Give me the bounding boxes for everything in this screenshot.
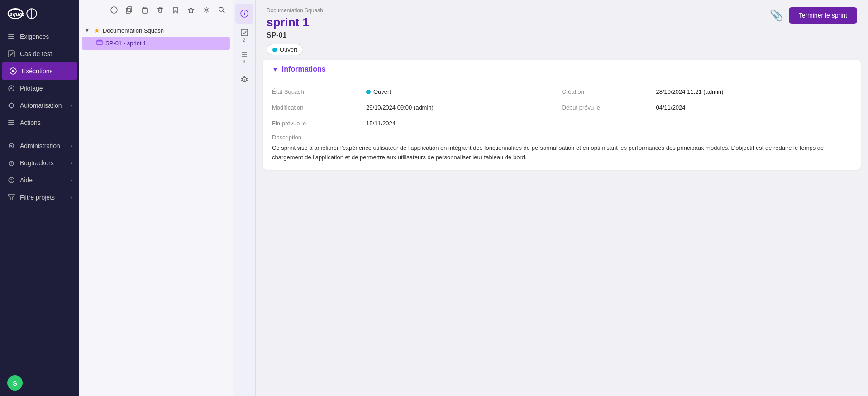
- toolbar-paste-button[interactable]: [138, 4, 151, 16]
- project-name: Documentation Squash: [103, 27, 164, 34]
- filtre-projets-icon: [7, 193, 15, 201]
- sidebar-item-filtre-projets-label: Filtre projets: [20, 194, 55, 201]
- sidebar-item-administration[interactable]: Administration ›: [0, 137, 79, 154]
- svg-rect-42: [97, 40, 102, 45]
- tree-toolbar: [79, 0, 233, 20]
- modification-value: 29/10/2024 09:00 (admin): [362, 102, 562, 113]
- info-grid: État Squash Ouvert Création 28/10/2024 1…: [272, 86, 852, 129]
- toolbar-delete-button[interactable]: [154, 4, 167, 16]
- sidebar: squash Exigences Cas de test Exécutions: [0, 0, 79, 396]
- svg-rect-17: [8, 120, 14, 121]
- breadcrumb: Documentation Squash: [267, 7, 323, 14]
- svg-rect-18: [8, 122, 14, 123]
- modification-label: Modification: [272, 102, 362, 113]
- svg-point-21: [10, 145, 12, 147]
- svg-rect-31: [128, 7, 132, 12]
- bugtrackers-icon: [7, 159, 15, 167]
- toolbar-star-button[interactable]: [185, 4, 197, 16]
- etat-squash-value: Ouvert: [362, 86, 562, 97]
- sidebar-item-actions-label: Actions: [20, 119, 41, 126]
- collapse-tree-button[interactable]: [84, 4, 96, 16]
- sidebar-item-pilotage[interactable]: Pilotage: [0, 80, 79, 97]
- side-tab-test-cases[interactable]: 2: [235, 25, 253, 45]
- svg-rect-33: [143, 8, 147, 13]
- sprint-item-label: SP-01 - sprint 1: [105, 40, 146, 47]
- test-cases-tab-badge: 2: [243, 38, 246, 43]
- sidebar-item-administration-label: Administration: [20, 142, 60, 149]
- etat-dot: [366, 90, 371, 94]
- etat-squash-label: État Squash: [272, 86, 362, 97]
- svg-marker-26: [8, 195, 14, 200]
- svg-rect-32: [126, 8, 130, 13]
- sidebar-item-filtre-projets[interactable]: Filtre projets ›: [0, 189, 79, 206]
- description-section: Description Ce sprint vise à améliorer l…: [272, 134, 852, 162]
- tree-sprint-item[interactable]: SP-01 - sprint 1: [82, 37, 230, 50]
- sidebar-item-cas-de-test[interactable]: Cas de test: [0, 45, 79, 62]
- main-header-right: 📎 Terminer le sprint: [770, 7, 857, 24]
- svg-point-16: [13, 105, 14, 106]
- cas-de-test-icon: [7, 50, 15, 58]
- side-tab-list[interactable]: 3: [235, 47, 253, 67]
- svg-point-40: [219, 7, 223, 11]
- info-tab-icon: [240, 10, 248, 18]
- fin-prevue-label: Fin prévue le: [272, 118, 362, 129]
- sidebar-item-automatisation[interactable]: Automatisation ›: [0, 97, 79, 114]
- side-tab-bug[interactable]: [235, 69, 253, 89]
- tree-content: ▼ ★ Documentation Squash SP-01 - sprint …: [79, 20, 233, 396]
- aide-chevron: ›: [70, 177, 72, 183]
- svg-marker-38: [188, 7, 194, 13]
- nav-separator-1: [0, 134, 79, 134]
- user-avatar[interactable]: S: [7, 375, 23, 391]
- administration-icon: [7, 142, 15, 150]
- svg-point-13: [11, 103, 12, 104]
- svg-rect-5: [8, 36, 14, 37]
- status-row: Ouvert: [267, 44, 323, 55]
- toolbar-copy-button[interactable]: [123, 4, 136, 16]
- terminate-sprint-button[interactable]: Terminer le sprint: [789, 7, 857, 24]
- tree-project-item[interactable]: ▼ ★ Documentation Squash: [79, 24, 233, 37]
- sidebar-item-actions[interactable]: Actions: [0, 114, 79, 131]
- toolbar-settings-button[interactable]: [200, 4, 213, 16]
- main-header-left: Documentation Squash sprint 1 SP-01 Ouve…: [267, 7, 323, 55]
- informations-card-header[interactable]: ▼ Informations: [263, 60, 861, 79]
- sidebar-bottom: S: [0, 370, 79, 396]
- sidebar-item-exigences[interactable]: Exigences: [0, 28, 79, 45]
- svg-point-48: [244, 12, 245, 13]
- sidebar-nav: Exigences Cas de test Exécutions Pilotag…: [0, 26, 79, 370]
- sidebar-item-pilotage-label: Pilotage: [20, 85, 43, 92]
- svg-text:?: ?: [10, 178, 13, 183]
- sidebar-item-bugtrackers[interactable]: Bugtrackers ›: [0, 154, 79, 172]
- main-header: Documentation Squash sprint 1 SP-01 Ouve…: [256, 0, 868, 60]
- sidebar-item-exigences-label: Exigences: [20, 33, 49, 40]
- squash-logo: squash: [7, 5, 24, 22]
- main-content: Documentation Squash sprint 1 SP-01 Ouve…: [256, 0, 868, 396]
- svg-point-11: [10, 87, 12, 89]
- status-badge[interactable]: Ouvert: [267, 44, 303, 55]
- informations-card: ▼ Informations État Squash Ouvert Créati…: [263, 60, 861, 170]
- fin-prevue-value: 15/11/2024: [362, 118, 562, 129]
- svg-text:squash: squash: [10, 11, 24, 17]
- toolbar-add-button[interactable]: [108, 4, 120, 16]
- toolbar-search-button[interactable]: [215, 4, 228, 16]
- list-tab-badge: 3: [243, 59, 246, 64]
- toolbar-bookmark-button[interactable]: [169, 4, 182, 16]
- sprint-icon: [96, 39, 103, 47]
- informations-title: Informations: [282, 65, 326, 73]
- project-star-icon: ★: [94, 27, 100, 34]
- side-tab-info[interactable]: [235, 4, 253, 24]
- debut-prevu-label: Début prévu le: [562, 102, 653, 113]
- pilotage-icon: [7, 84, 15, 92]
- sidebar-item-cas-de-test-label: Cas de test: [20, 50, 52, 57]
- sidebar-item-executions[interactable]: Exécutions: [2, 62, 77, 80]
- svg-marker-9: [12, 70, 15, 72]
- sidebar-item-aide[interactable]: ? Aide ›: [0, 172, 79, 189]
- informations-card-body: État Squash Ouvert Création 28/10/2024 1…: [263, 79, 861, 170]
- informations-chevron-icon: ▼: [272, 66, 278, 73]
- project-collapse-arrow[interactable]: ▼: [85, 28, 90, 33]
- logo-area: squash: [0, 0, 79, 26]
- attachment-icon[interactable]: 📎: [770, 9, 783, 22]
- tree-panel: ▼ ★ Documentation Squash SP-01 - sprint …: [79, 0, 233, 396]
- actions-icon: [7, 119, 15, 127]
- exigences-icon: [7, 33, 15, 41]
- description-label: Description: [272, 134, 852, 141]
